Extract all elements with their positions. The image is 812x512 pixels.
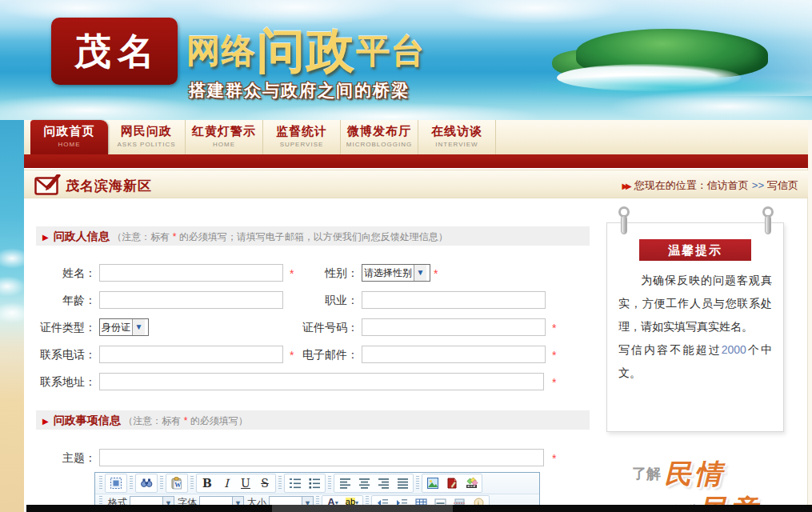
underline-button[interactable]: U xyxy=(236,474,255,492)
find-icon[interactable] xyxy=(137,474,156,492)
tab-netizen-politics[interactable]: 网民问政ASKS POLITICS xyxy=(108,120,186,154)
bulleted-list-icon[interactable] xyxy=(305,474,324,492)
slogan-word: 民情 xyxy=(664,458,725,490)
id-type-select[interactable]: 身份证▼ xyxy=(99,318,149,336)
tab-label: 网民问政 xyxy=(108,124,185,139)
section-note: （注意：标有 * 的必须填写；请填写电子邮箱，以方便我们向您反馈处理信息） xyxy=(112,231,447,242)
site-logo: 茂名 xyxy=(51,18,178,85)
slogan-minqing: 了解 民情 xyxy=(632,456,725,493)
tab-sublabel: INTERVIEW xyxy=(418,141,495,148)
align-center-icon[interactable] xyxy=(354,474,374,492)
breadcrumb-separator: >> xyxy=(752,179,764,191)
tips-char-limit: 2000 xyxy=(722,343,746,356)
breadcrumb: ▶▶您现在的位置：信访首页>>写信页 xyxy=(622,178,798,193)
slogan-prefix: 了解 xyxy=(632,466,661,482)
age-label: 年龄： xyxy=(27,294,96,308)
email-label: 电子邮件： xyxy=(285,348,358,362)
tab-microblog-hall[interactable]: 微博发布厅MICROBLOGGING xyxy=(341,120,418,154)
age-input[interactable] xyxy=(99,291,283,309)
site-title-part: 平台 xyxy=(356,32,426,70)
section-arrow-icon: ▶ xyxy=(42,233,49,242)
tab-sublabel: ASKS POLITICS xyxy=(108,141,185,148)
section-title: 问政事项信息 xyxy=(54,414,121,426)
name-label: 姓名： xyxy=(27,266,96,281)
section-header: 茂名滨海新区 ▶▶您现在的位置：信访首页>>写信页 xyxy=(24,170,808,198)
job-input[interactable] xyxy=(362,291,546,309)
island-graphic xyxy=(552,22,792,94)
required-mark: * xyxy=(552,322,556,334)
address-input[interactable] xyxy=(99,373,544,390)
subject-label: 主题： xyxy=(27,451,96,466)
insert-image-icon[interactable] xyxy=(423,474,442,492)
required-mark: * xyxy=(552,452,556,465)
tab-label: 监督统计 xyxy=(263,124,340,139)
tips-body: 为确保反映的问题客观真实，方便工作人员与您联系处理，请如实填写真实姓名。 写信内… xyxy=(618,269,772,385)
color-palette-icon[interactable] xyxy=(462,474,481,492)
page: 茂名 网络问政平台 搭建群众与政府之间的桥梁 问政首页HOME 网民问政ASKS… xyxy=(0,0,812,512)
numbered-list-icon[interactable] xyxy=(286,474,305,492)
align-left-icon[interactable] xyxy=(335,474,354,492)
background-beach-strip xyxy=(0,120,24,512)
align-right-icon[interactable] xyxy=(374,474,393,492)
id-number-label: 证件号码： xyxy=(285,321,358,335)
wave-foam-graphic xyxy=(0,94,208,120)
tab-label: 红黄灯警示 xyxy=(186,124,262,139)
required-mark: * xyxy=(434,267,438,280)
section-arrow-icon: ▶ xyxy=(42,417,49,426)
site-title-part: 问政 xyxy=(257,24,356,78)
binder-ring-icon xyxy=(762,206,774,240)
binder-ring-icon xyxy=(618,206,630,240)
matter-info-section-header: ▶问政事项信息 （注意：标有 * 的必须填写） xyxy=(36,410,590,430)
email-input[interactable] xyxy=(362,346,546,363)
id-type-label: 证件类型： xyxy=(27,321,96,335)
section-title: 问政人信息 xyxy=(54,230,110,242)
tab-label: 问政首页 xyxy=(30,124,108,139)
subject-input[interactable] xyxy=(99,449,544,466)
district-title: 茂名滨海新区 xyxy=(66,177,152,195)
breadcrumb-label: 您现在的位置： xyxy=(634,179,707,191)
tab-online-interview[interactable]: 在线访谈INTERVIEW xyxy=(418,120,496,154)
phone-label: 联系电话： xyxy=(27,348,96,362)
insert-flash-icon[interactable] xyxy=(442,474,462,492)
required-mark: * xyxy=(552,376,556,389)
gender-label: 性别： xyxy=(285,266,358,281)
breadcrumb-current: 写信页 xyxy=(767,179,798,191)
tips-title: 温馨提示 xyxy=(639,239,751,261)
paste-from-word-icon[interactable]: W xyxy=(167,474,186,492)
person-info-section-header: ▶问政人信息 （注意：标有 * 的必须填写；请填写电子邮箱，以方便我们向您反馈处… xyxy=(36,226,590,246)
nav-red-bar xyxy=(24,154,808,168)
site-title: 网络问政平台 xyxy=(186,19,426,84)
tips-panel: 温馨提示 为确保反映的问题客观真实，方便工作人员与您联系处理，请如实填写真实姓名… xyxy=(606,222,784,432)
tab-warning-lights[interactable]: 红黄灯警示HOME xyxy=(186,120,263,154)
name-input[interactable] xyxy=(99,264,283,282)
job-label: 职业： xyxy=(285,294,358,308)
background-right-strip xyxy=(808,120,812,512)
address-label: 联系地址： xyxy=(27,375,96,390)
tab-sublabel: SUPERVISE xyxy=(263,141,340,148)
id-number-input[interactable] xyxy=(362,318,546,336)
tab-supervise-stats[interactable]: 监督统计SUPERVISE xyxy=(263,120,341,154)
chevron-down-icon: ▼ xyxy=(132,319,145,335)
strikethrough-button[interactable]: S xyxy=(255,474,274,492)
bold-button[interactable]: B xyxy=(198,474,217,492)
id-type-select-value: 身份证 xyxy=(100,319,132,335)
tab-sublabel: HOME xyxy=(30,141,108,148)
breadcrumb-arrows-icon: ▶▶ xyxy=(622,182,629,190)
main-navigation: 问政首页HOME 网民问政ASKS POLITICS 红黄灯警示HOME 监督统… xyxy=(24,120,808,154)
phone-input[interactable] xyxy=(99,346,283,363)
breadcrumb-home-link[interactable]: 信访首页 xyxy=(707,179,749,191)
wave-foam-graphic xyxy=(240,102,544,120)
align-justify-icon[interactable] xyxy=(393,474,412,492)
tab-label: 在线访谈 xyxy=(418,124,495,139)
bottom-scrollbar[interactable] xyxy=(26,505,812,512)
italic-button[interactable]: I xyxy=(217,474,236,492)
tab-wenzheng-home[interactable]: 问政首页HOME xyxy=(30,120,108,154)
site-banner: 茂名 网络问政平台 搭建群众与政府之间的桥梁 xyxy=(0,0,812,120)
scrollbar-thumb[interactable] xyxy=(272,505,453,512)
main-content: 问政首页HOME 网民问政ASKS POLITICS 红黄灯警示HOME 监督统… xyxy=(24,120,808,512)
tips-paragraph: 为确保反映的问题客观真实，方便工作人员与您联系处理，请如实填写真实姓名。 xyxy=(618,269,772,338)
maximize-icon[interactable] xyxy=(106,474,126,492)
gender-select[interactable]: 请选择性别▼ xyxy=(362,264,430,282)
tab-sublabel: HOME xyxy=(186,141,262,148)
tips-paragraph: 写信内容不能超过2000个中文。 xyxy=(618,338,772,385)
